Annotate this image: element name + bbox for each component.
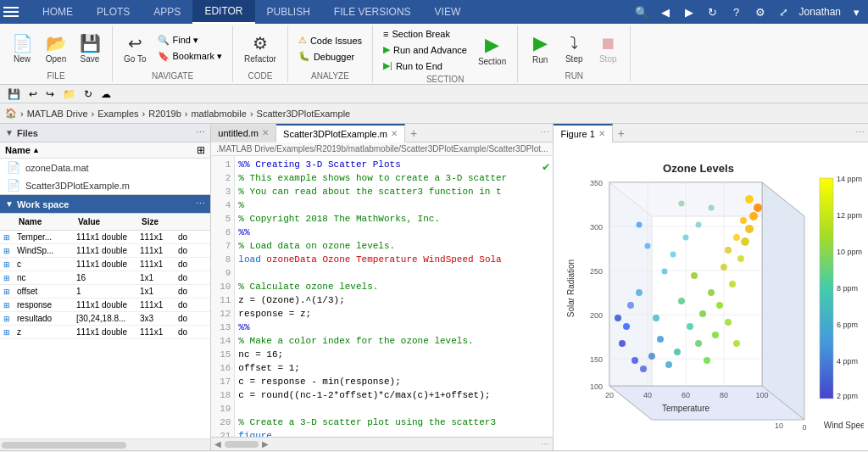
save-button[interactable]: 💾 Save bbox=[75, 31, 105, 66]
workspace-collapse-icon[interactable]: ▼ bbox=[5, 199, 14, 209]
hamburger-menu-icon[interactable] bbox=[3, 2, 24, 22]
editor-tab-actions[interactable]: ⋯ bbox=[540, 127, 553, 138]
ws-cell-name: offset bbox=[14, 285, 73, 298]
filter-icon[interactable]: ⊞ bbox=[197, 144, 205, 156]
menu-tab-file-versions[interactable]: FILE VERSIONS bbox=[322, 0, 423, 24]
search-icon[interactable]: 🔍 bbox=[633, 3, 650, 20]
address-examples[interactable]: Examples bbox=[97, 109, 138, 119]
address-scatter3d[interactable]: Scatter3DPlotExample bbox=[257, 109, 351, 119]
qa-refresh-icon[interactable]: ↻ bbox=[81, 87, 95, 101]
address-matlabmobile[interactable]: matlabmobile bbox=[191, 109, 246, 119]
settings-icon[interactable]: ⚙ bbox=[752, 3, 769, 20]
scroll-right-icon[interactable]: ▶ bbox=[262, 439, 269, 449]
table-row[interactable]: ⊞response111x1 double111x1do bbox=[0, 299, 210, 312]
run-section-button[interactable]: ▶ Section bbox=[474, 31, 510, 69]
figure-tab-close[interactable]: ✕ bbox=[598, 129, 605, 138]
list-item[interactable]: 📄 Scatter3DPlotExample.m bbox=[0, 176, 210, 194]
stop-button[interactable]: ⏹ Stop bbox=[593, 31, 623, 66]
list-item[interactable]: 📄 ozoneData.mat bbox=[0, 159, 210, 176]
tab-scatter3d-close[interactable]: ✕ bbox=[391, 129, 398, 138]
tab-scatter3d[interactable]: Scatter3DPlotExample.m ✕ bbox=[276, 124, 405, 142]
svg-point-46 bbox=[704, 357, 710, 364]
matrix-icon: ⊞ bbox=[3, 301, 10, 310]
run-advance-button[interactable]: ▶ Run and Advance bbox=[380, 42, 470, 57]
run-button[interactable]: ▶ Run bbox=[525, 30, 555, 67]
svg-point-44 bbox=[708, 289, 715, 296]
goto-button[interactable]: ↩ Go To bbox=[120, 31, 151, 66]
line-number: 21 bbox=[211, 429, 234, 437]
svg-point-60 bbox=[725, 247, 732, 254]
help-icon[interactable]: ? bbox=[728, 3, 745, 20]
address-sep-1: › bbox=[92, 109, 95, 119]
expand-icon[interactable]: ⤢ bbox=[776, 3, 793, 20]
svg-point-40 bbox=[687, 323, 693, 330]
bookmark-button[interactable]: 🔖 Bookmark ▾ bbox=[154, 49, 226, 64]
svg-text:150: 150 bbox=[590, 355, 603, 364]
qa-cloud-icon[interactable]: ☁ bbox=[98, 87, 114, 101]
qa-redo-icon[interactable]: ↪ bbox=[43, 87, 57, 101]
new-button[interactable]: 📄 New bbox=[7, 31, 37, 66]
open-button[interactable]: 📂 Open bbox=[41, 31, 71, 66]
table-row[interactable]: ⊞c111x1 double111x1do bbox=[0, 258, 210, 271]
files-action-icon[interactable]: ⋯ bbox=[196, 127, 205, 138]
svg-point-62 bbox=[661, 268, 667, 274]
user-label[interactable]: Jonathan bbox=[799, 6, 841, 18]
workspace-action-icon[interactable]: ⋯ bbox=[196, 198, 205, 209]
nav-forward-icon[interactable]: ▶ bbox=[681, 3, 698, 20]
svg-point-69 bbox=[678, 200, 684, 206]
menu-tab-editor[interactable]: EDITOR bbox=[192, 0, 254, 24]
figure-panel-actions[interactable]: ⋯ bbox=[855, 127, 868, 138]
refresh-icon[interactable]: ↻ bbox=[704, 3, 721, 20]
ws-cell-value: 111x1 double bbox=[73, 326, 136, 338]
address-matlab-drive[interactable]: MATLAB Drive bbox=[27, 109, 88, 119]
sort-asc-icon[interactable]: ▲ bbox=[32, 146, 40, 154]
qa-undo-icon[interactable]: ↩ bbox=[26, 87, 40, 101]
code-content[interactable]: %% Creating 3-D Scatter Plots% This exam… bbox=[235, 156, 553, 437]
debugger-button[interactable]: 🐛 Debugger bbox=[295, 49, 365, 64]
refactor-button[interactable]: ⚙ Refactor bbox=[240, 31, 281, 66]
table-row[interactable]: ⊞WindSp...111x1 double111x1do bbox=[0, 244, 210, 258]
ws-cell-size: 111x1 bbox=[136, 231, 175, 243]
workspace-scrollbar[interactable] bbox=[0, 438, 210, 450]
open-icon: 📂 bbox=[46, 33, 67, 53]
nav-back-icon[interactable]: ◀ bbox=[657, 3, 674, 20]
code-line: c = response - min(response); bbox=[238, 375, 549, 388]
qa-folder-icon[interactable]: 📁 bbox=[60, 87, 78, 101]
table-row[interactable]: ⊞z111x1 double111x1do bbox=[0, 326, 210, 339]
find-button[interactable]: 🔍 Find ▾ bbox=[154, 33, 226, 47]
svg-point-54 bbox=[745, 225, 754, 233]
add-tab-button[interactable]: + bbox=[405, 126, 422, 140]
qa-save-icon[interactable]: 💾 bbox=[5, 87, 23, 101]
table-row[interactable]: ⊞nc161x1do bbox=[0, 271, 210, 285]
menu-tab-view[interactable]: VIEW bbox=[423, 0, 473, 24]
code-issues-button[interactable]: ⚠ Code Issues bbox=[295, 33, 365, 47]
menu-tab-home[interactable]: HOME bbox=[31, 0, 85, 24]
menu-tab-publish[interactable]: PUBLISH bbox=[255, 0, 322, 24]
figure-panel: Figure 1 ✕ + ⋯ Ozone Levels bbox=[553, 124, 868, 450]
table-row[interactable]: ⊞resultado[30,24,18.8...3x3do bbox=[0, 312, 210, 326]
code-line: % Load data on ozone levels. bbox=[238, 239, 549, 253]
files-collapse-icon[interactable]: ▼ bbox=[5, 128, 14, 137]
ws-cell-name: WindSp... bbox=[14, 244, 73, 257]
svg-point-33 bbox=[615, 315, 621, 321]
table-row[interactable]: ⊞Temper...111x1 double111x1do bbox=[0, 231, 210, 244]
figure-tab-1[interactable]: Figure 1 ✕ bbox=[554, 124, 612, 142]
menu-tab-plots[interactable]: PLOTS bbox=[85, 0, 142, 24]
file-ozonedata: ozoneData.mat bbox=[25, 163, 89, 173]
user-chevron-icon[interactable]: ▾ bbox=[848, 3, 865, 20]
files-panel-header: ▼ Files ⋯ bbox=[0, 124, 210, 142]
menu-tab-apps[interactable]: APPS bbox=[142, 0, 192, 24]
scroll-left-icon[interactable]: ◀ bbox=[214, 439, 221, 449]
tab-untitled-close[interactable]: ✕ bbox=[262, 128, 269, 137]
add-figure-tab-button[interactable]: + bbox=[613, 126, 630, 140]
table-row[interactable]: ⊞offset11x1do bbox=[0, 285, 210, 299]
run-end-button[interactable]: ▶| Run to End bbox=[380, 59, 470, 73]
ws-cell-size: 3x3 bbox=[136, 312, 175, 325]
code-scrollbar-bottom[interactable]: ◀ ▶ ⋯ bbox=[211, 437, 553, 450]
tab-untitled[interactable]: untitled.m ✕ bbox=[211, 124, 276, 142]
address-r2019b[interactable]: R2019b bbox=[148, 109, 181, 119]
step-button[interactable]: ⤵ Step bbox=[559, 31, 589, 66]
section-break-button[interactable]: ≡ Section Break bbox=[380, 27, 470, 41]
main-area: ▼ Files ⋯ Name ▲ ⊞ 📄 ozoneData.mat bbox=[0, 124, 868, 450]
svg-point-56 bbox=[754, 204, 762, 212]
